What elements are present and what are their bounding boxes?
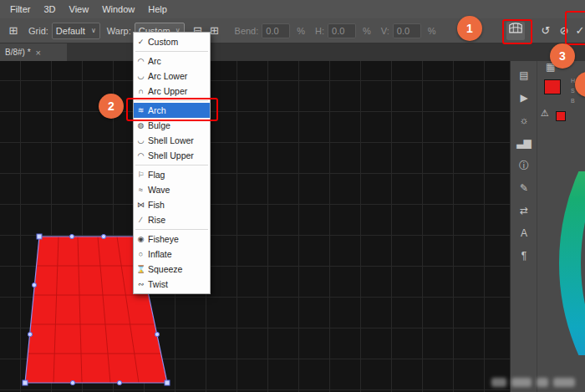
percent-label: % xyxy=(297,26,305,36)
menu-item-label: Squeeze xyxy=(148,264,182,274)
warp-style-menu: ✓ Custom ◠ Arc ◡ Arc Lower ∩ Arc Upper ≋… xyxy=(133,32,211,294)
bend-value: 0.0 xyxy=(266,26,278,36)
brush-settings-icon[interactable]: ✎ xyxy=(513,177,535,200)
grid-select[interactable]: Default ∨ xyxy=(52,23,100,39)
chevron-down-icon: ∨ xyxy=(91,27,96,34)
warp-menu-item-flag[interactable]: ⚐ Flag xyxy=(134,167,210,182)
warp-menu-item-wave[interactable]: ≈ Wave xyxy=(134,182,210,197)
warp-menu-item-rise[interactable]: ∕ Rise xyxy=(134,212,210,227)
warp-menu-item-arc-lower[interactable]: ◡ Arc Lower xyxy=(134,69,210,84)
menu-help[interactable]: Help xyxy=(141,0,174,18)
warp-menu-item-twist[interactable]: ∾ Twist xyxy=(134,277,210,292)
step-badge-1: 1 xyxy=(457,16,482,41)
grid-select-value: Default xyxy=(56,26,85,36)
warp-menu-item-squeeze[interactable]: ⌛ Squeeze xyxy=(134,262,210,277)
photoshop-window: Filter 3D View Window Help ⊞ Grid: Defau… xyxy=(0,0,585,392)
styles-panel-icon[interactable]: ☼ xyxy=(513,109,535,132)
document-tab[interactable]: B/8#) * × xyxy=(0,43,67,61)
fish-icon: ⋈ xyxy=(134,201,148,209)
document-canvas[interactable] xyxy=(0,61,510,392)
shell-upper-icon: ◠ xyxy=(134,151,148,160)
clone-source-icon[interactable]: ⇄ xyxy=(513,200,535,222)
menu-item-label: Inflate xyxy=(148,249,172,259)
bulge-icon: ◍ xyxy=(134,121,148,130)
rise-icon: ∕ xyxy=(134,216,148,224)
grid-label: Grid: xyxy=(28,26,48,36)
h-input[interactable]: 0.0 xyxy=(328,23,356,38)
menu-separator xyxy=(135,229,208,230)
tab-bar: B/8#) * × xyxy=(0,43,585,61)
callout-box-arch xyxy=(126,98,218,121)
warp-menu-item-shell-lower[interactable]: ◡ Shell Lower xyxy=(134,133,210,148)
v-value: 0.0 xyxy=(397,26,410,36)
menu-item-label: Fish xyxy=(148,200,165,210)
shell-lower-icon: ◡ xyxy=(134,136,148,145)
warp-menu-item-inflate[interactable]: ○ Inflate xyxy=(134,247,210,262)
gamut-warning-icon[interactable]: ⚠ xyxy=(541,108,549,119)
actions-play-icon[interactable]: ▶ xyxy=(513,87,535,109)
warp-shape[interactable] xyxy=(0,61,510,392)
color-wheel[interactable] xyxy=(552,171,585,355)
menu-item-label: Arc xyxy=(148,56,161,66)
percent-label: % xyxy=(363,26,371,36)
warp-menu-item-arc-upper[interactable]: ∩ Arc Upper xyxy=(134,84,210,99)
callout-box-commit xyxy=(565,11,585,45)
close-icon[interactable]: × xyxy=(36,48,41,58)
warp-label: Warp: xyxy=(107,26,131,36)
menu-item-label: Arc Upper xyxy=(148,86,187,96)
warp-menu-item-fisheye[interactable]: ◉ Fisheye xyxy=(134,232,210,247)
menu-item-label: Custom xyxy=(148,37,178,47)
menu-3d[interactable]: 3D xyxy=(37,0,62,18)
menu-filter[interactable]: Filter xyxy=(3,0,37,18)
panel-icon-strip: ▤ ▶ ☼ ▃▆ ⓘ ✎ ⇄ A ¶ xyxy=(511,61,537,392)
step-badge-3: 3 xyxy=(550,43,575,69)
step-badge-2: 2 xyxy=(99,94,124,119)
v-input[interactable]: 0.0 xyxy=(393,23,421,38)
squeeze-icon: ⌛ xyxy=(134,265,148,273)
saturation-label: S xyxy=(571,88,575,94)
foreground-color-swatch[interactable] xyxy=(544,79,561,94)
h-label: H: xyxy=(315,26,324,36)
histogram-panel-icon[interactable]: ▃▆ xyxy=(513,132,535,155)
fisheye-icon: ◉ xyxy=(134,235,148,243)
menu-item-label: Shell Upper xyxy=(148,150,194,160)
menu-item-label: Wave xyxy=(148,185,170,195)
paragraph-panel-icon[interactable]: ¶ xyxy=(513,245,535,267)
reset-warp-button[interactable]: ↺ xyxy=(537,22,555,40)
check-icon: ✓ xyxy=(134,38,148,46)
character-panel-icon[interactable]: A xyxy=(513,222,535,245)
flag-icon: ⚐ xyxy=(134,171,148,179)
watermark xyxy=(491,374,578,389)
color-panel: ▦ H S B ⚠ xyxy=(537,61,585,392)
options-bar: ⊞ Grid: Default ∨ Warp: Custom ∨ ⊟ ⊞ Ben… xyxy=(0,18,585,43)
menu-item-label: Rise xyxy=(148,215,165,225)
menu-view[interactable]: View xyxy=(63,0,96,18)
reference-point-icon: ⊞ xyxy=(5,24,22,37)
menu-item-label: Twist xyxy=(148,279,168,289)
arc-lower-icon: ◡ xyxy=(134,72,148,80)
brightness-label: B xyxy=(571,98,575,104)
menu-window[interactable]: Window xyxy=(95,0,141,18)
right-panel: ▤ ▶ ☼ ▃▆ ⓘ ✎ ⇄ A ¶ ▦ H S B ⚠ xyxy=(510,61,585,392)
warp-menu-item-arc[interactable]: ◠ Arc xyxy=(134,53,210,69)
h-value: 0.0 xyxy=(332,26,344,36)
info-panel-icon[interactable]: ⓘ xyxy=(513,155,535,177)
arc-icon: ◠ xyxy=(134,57,148,65)
bend-input[interactable]: 0.0 xyxy=(262,23,290,38)
percent-label: % xyxy=(428,26,436,36)
warp-menu-item-custom[interactable]: ✓ Custom xyxy=(134,34,210,49)
menu-item-label: Fisheye xyxy=(148,234,179,244)
arc-upper-icon: ∩ xyxy=(134,87,148,95)
tab-title: B/8#) * xyxy=(5,48,31,57)
warp-menu-item-fish[interactable]: ⋈ Fish xyxy=(134,197,210,212)
warp-menu-item-shell-upper[interactable]: ◠ Shell Upper xyxy=(134,148,210,163)
menu-separator xyxy=(135,51,208,52)
menu-item-label: Flag xyxy=(148,170,165,180)
wave-icon: ≈ xyxy=(134,186,148,194)
gamut-color-chip[interactable] xyxy=(556,111,566,121)
bend-label: Bend: xyxy=(235,26,259,36)
menu-item-label: Shell Lower xyxy=(148,135,194,145)
menu-item-label: Bulge xyxy=(148,120,170,130)
inflate-icon: ○ xyxy=(134,250,148,258)
adjustments-panel-icon[interactable]: ▤ xyxy=(513,64,535,87)
